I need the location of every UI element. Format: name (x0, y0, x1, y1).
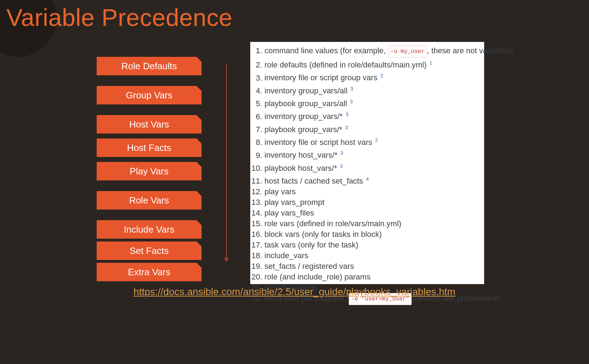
list-item-text: include_vars (264, 251, 309, 260)
precedence-list-item: include_vars (264, 250, 481, 261)
list-item-text: task vars (only for the task) (264, 240, 358, 249)
docs-link-container: https://docs.ansible.com/ansible/2.5/use… (0, 286, 589, 298)
precedence-ordered-list: command line values (for example, -u my_… (250, 45, 484, 305)
precedence-blocks: Role Defaults Group Vars Host Vars Host … (97, 57, 202, 286)
list-item-text: inventory host_vars/* (264, 151, 340, 160)
block-set-facts: Set Facts (97, 241, 202, 260)
precedence-list-item: role vars (defined in role/vars/main.yml… (264, 218, 481, 229)
precedence-list-item: inventory group_vars/all 3 (264, 83, 481, 96)
footnote-ref: 1 (429, 60, 432, 66)
list-item-text: , these are not variables) (427, 46, 513, 55)
block-host-facts: Host Facts (97, 138, 202, 157)
list-item-text: inventory group_vars/* (264, 112, 345, 121)
precedence-list-item: play vars_prompt (264, 197, 481, 208)
list-item-text: inventory file or script group vars (264, 74, 380, 82)
slide-title: Variable Precedence (6, 4, 232, 31)
list-item-text: play vars_files (264, 208, 314, 217)
list-item-text: command line values (for example, (264, 46, 388, 55)
list-item-text: role vars (defined in role/vars/main.yml… (264, 219, 401, 228)
precedence-list-panel: command line values (for example, -u my_… (250, 42, 484, 284)
footnote-ref: 2 (375, 137, 378, 143)
block-role-vars: Role Vars (97, 191, 202, 210)
list-item-text: role (and include_role) params (264, 272, 370, 281)
precedence-arrow-icon (226, 64, 227, 259)
precedence-list-item: inventory file or script host vars 2 (264, 135, 481, 148)
list-item-text: block vars (only for tasks in block) (264, 230, 382, 239)
list-item-text: role defaults (defined in role/defaults/… (264, 60, 429, 69)
precedence-list-item: command line values (for example, -u my_… (264, 45, 481, 58)
list-item-text: set_facts / registered vars (264, 262, 354, 271)
precedence-list-item: role defaults (defined in role/defaults/… (264, 58, 481, 70)
block-play-vars: Play Vars (97, 162, 202, 180)
block-host-vars: Host Vars (97, 115, 202, 134)
precedence-list-item: playbook group_vars/* 3 (264, 122, 481, 135)
precedence-list-item: playbook host_vars/* 3 (264, 161, 481, 174)
list-item-text: inventory file or script host vars (264, 138, 374, 147)
precedence-list-item: inventory host_vars/* 3 (264, 148, 481, 161)
precedence-list-item: playbook group_vars/all 3 (264, 96, 481, 109)
inline-code: -u my_user (388, 45, 427, 58)
list-item-text: inventory group_vars/all (264, 86, 350, 95)
block-group-vars: Group Vars (97, 86, 202, 104)
precedence-list-item: task vars (only for the task) (264, 240, 481, 250)
footnote-ref: 3 (340, 163, 343, 169)
list-item-text: playbook group_vars/* (264, 125, 344, 134)
precedence-list-item: play vars (264, 186, 481, 197)
precedence-list-item: play vars_files (264, 208, 481, 218)
block-include-vars: Include Vars (97, 220, 202, 239)
footnote-ref: 3 (345, 125, 348, 130)
footnote-ref: 2 (380, 73, 383, 78)
precedence-list-item: role (and include_role) params (264, 272, 481, 282)
list-item-text: play vars_prompt (264, 198, 325, 207)
docs-link[interactable]: https://docs.ansible.com/ansible/2.5/use… (134, 286, 456, 297)
precedence-list-item: host facts / cached set_facts 4 (264, 174, 481, 186)
list-item-text: playbook host_vars/* (264, 164, 339, 173)
list-item-text: playbook group_vars/all (264, 99, 349, 108)
precedence-list-item: set_facts / registered vars (264, 261, 481, 272)
precedence-list-item: block vars (only for tasks in block) (264, 229, 481, 240)
block-extra-vars: Extra Vars (97, 263, 202, 281)
footnote-ref: 4 (366, 176, 369, 182)
footnote-ref: 3 (346, 112, 348, 117)
block-role-defaults: Role Defaults (97, 57, 202, 75)
footnote-ref: 3 (350, 86, 353, 92)
list-item-text: host facts / cached set_facts (264, 176, 365, 185)
precedence-list-item: inventory group_vars/* 3 (264, 109, 481, 122)
footnote-ref: 3 (350, 99, 353, 104)
footnote-ref: 3 (341, 150, 343, 156)
list-item-text: play vars (264, 187, 296, 196)
precedence-list-item: inventory file or script group vars 2 (264, 70, 481, 83)
